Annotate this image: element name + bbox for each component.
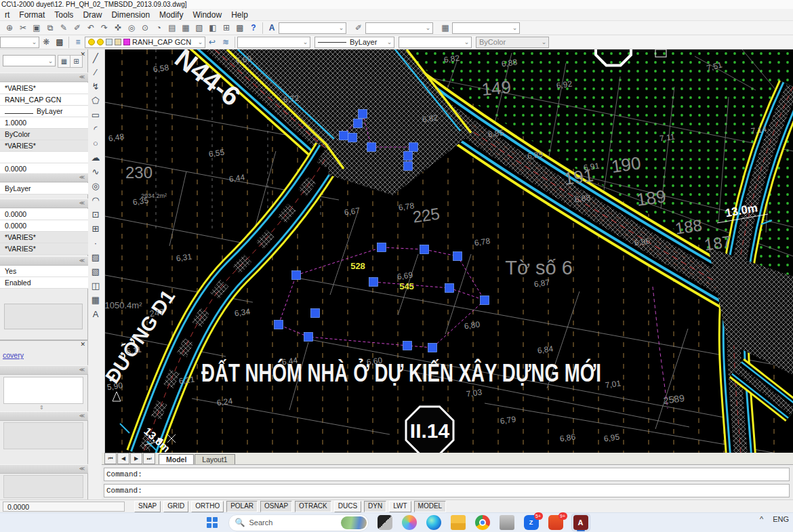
polygon-icon[interactable]: ⬠ — [88, 94, 103, 108]
property-value-row[interactable]: Enabled — [0, 277, 88, 289]
selection-grip[interactable] — [354, 119, 363, 128]
status-toggle-snap[interactable]: SNAP — [134, 501, 161, 512]
property-value-row[interactable]: ByLayer — [0, 106, 88, 117]
dim-style-dropdown[interactable]: ⌄ — [365, 22, 433, 34]
selection-grip[interactable] — [453, 252, 462, 261]
selection-grip[interactable] — [428, 344, 437, 352]
selection-grip[interactable] — [378, 243, 386, 252]
undo-icon[interactable]: ↶ — [84, 22, 98, 35]
workspace-dropdown[interactable]: ⌄ — [0, 37, 39, 48]
selection-grip[interactable] — [274, 321, 283, 329]
selection-grip[interactable] — [445, 284, 454, 293]
zoom-realtime-icon[interactable]: ◎ — [125, 22, 138, 35]
select-objects-button[interactable]: ⊞ — [70, 55, 83, 68]
section-header-details[interactable]: ≪ — [0, 411, 88, 421]
tab-layout1[interactable]: Layout1 — [195, 454, 235, 464]
printer-icon[interactable] — [498, 514, 516, 531]
drawing-recovery-link[interactable]: covery — [3, 351, 24, 359]
redo-icon[interactable]: ↷ — [98, 22, 111, 35]
menu-item-tools[interactable]: Tools — [49, 9, 78, 21]
property-value-row[interactable]: *VARIES* — [0, 140, 88, 152]
status-toggle-grid[interactable]: GRID — [163, 501, 188, 512]
tab-nav-button-1[interactable]: ◀ — [117, 453, 129, 464]
table-style-icon[interactable]: ▦ — [439, 22, 452, 35]
line-icon[interactable]: ╱ — [88, 51, 103, 65]
tab-nav-button-2[interactable]: ▶ — [130, 453, 142, 464]
command-input-line[interactable]: Command: — [104, 484, 790, 497]
selection-grip[interactable] — [404, 162, 413, 171]
help-icon[interactable]: ? — [247, 22, 260, 35]
hatch-icon[interactable]: ▨ — [88, 250, 103, 264]
splitter-handle[interactable]: ⇕ — [39, 405, 44, 411]
selection-grip[interactable] — [481, 296, 489, 305]
lock-location-icon[interactable]: ▩ — [53, 36, 66, 49]
section-header-general[interactable]: ≪ — [0, 73, 88, 82]
ellipse-icon[interactable]: ◎ — [88, 179, 103, 193]
command-window[interactable]: Command: Command: — [102, 464, 793, 499]
quick-select-button[interactable] — [82, 55, 87, 66]
zoom-previous-icon[interactable]: ◔ — [152, 22, 165, 35]
insert-block-icon[interactable]: ⊡ — [88, 207, 103, 222]
menu-item-dimension[interactable]: Dimension — [106, 9, 155, 21]
point-icon[interactable]: · — [88, 236, 103, 250]
toolpalettes-icon[interactable]: ▧ — [192, 22, 206, 35]
pencil-icon[interactable]: ✎ — [57, 22, 70, 35]
make-block-icon[interactable]: ⊞ — [88, 222, 103, 236]
widgets-thumbnail[interactable] — [341, 516, 367, 529]
selection-grip[interactable] — [367, 143, 376, 152]
status-toggle-lwt[interactable]: LWT — [389, 501, 411, 512]
status-toggle-ducs[interactable]: DUCS — [334, 501, 361, 512]
property-value-row[interactable]: *VARIES* — [0, 243, 88, 255]
construction-line-icon[interactable]: ∕ — [88, 65, 103, 79]
selection-grip[interactable] — [304, 333, 313, 342]
menu-item-rt[interactable]: rt — [0, 9, 14, 21]
property-value-row[interactable]: *VARIES* — [0, 83, 88, 94]
red-app-icon[interactable]: 9+ — [547, 514, 565, 531]
sheetset-icon[interactable]: ◧ — [206, 22, 220, 35]
layer-properties-icon[interactable]: ≡ — [71, 36, 85, 49]
spline-icon[interactable]: ∿ — [88, 165, 103, 179]
property-value-row[interactable]: 0.0000 — [0, 209, 88, 220]
status-toggle-osnap[interactable]: OSNAP — [260, 501, 292, 512]
tray-chevron-icon[interactable]: ^ — [760, 515, 763, 523]
selection-dropdown[interactable]: ⌄ — [3, 55, 56, 66]
status-toggle-otrack[interactable]: OTRACK — [295, 501, 331, 512]
calculator-icon[interactable]: ▩ — [233, 22, 247, 35]
menu-item-window[interactable]: Window — [188, 9, 226, 21]
section-header-geometry[interactable]: ≪ — [0, 199, 88, 208]
text-style-icon[interactable]: A — [265, 22, 279, 35]
search-input[interactable]: 🔍 Search — [228, 514, 369, 531]
layer-states-icon[interactable]: ≋ — [219, 36, 232, 49]
chrome-icon[interactable] — [474, 514, 491, 531]
text-style-dropdown[interactable]: ⌄ — [279, 22, 346, 34]
lineweight-control-dropdown[interactable]: ⌄ — [399, 37, 472, 48]
tab-model[interactable]: Model — [159, 454, 194, 464]
selection-grip[interactable] — [292, 271, 301, 280]
paste-icon[interactable]: ⧉ — [43, 22, 57, 35]
menu-item-draw[interactable]: Draw — [78, 9, 106, 21]
selection-grip[interactable] — [404, 152, 413, 161]
linetype-control-dropdown[interactable]: ByLayer ⌄ — [314, 37, 394, 48]
selection-grip[interactable] — [403, 342, 412, 350]
markup-icon[interactable]: ⊞ — [220, 22, 233, 35]
publish-icon[interactable]: ⊕ — [3, 22, 16, 35]
circle-icon[interactable]: ○ — [88, 136, 103, 150]
property-value-row[interactable]: ByLayer — [0, 183, 88, 195]
mtext-icon[interactable]: A — [88, 307, 103, 321]
pan-icon[interactable]: ✜ — [111, 22, 125, 35]
property-value-row[interactable]: *VARIES* — [0, 232, 88, 243]
status-toggle-polar[interactable]: POLAR — [226, 501, 258, 512]
status-toggle-ortho[interactable]: ORTHO — [191, 501, 224, 512]
property-value-row[interactable]: 0.0000 — [0, 220, 88, 232]
edge-icon[interactable] — [425, 514, 443, 531]
properties-palette-icon[interactable]: ▤ — [165, 22, 179, 35]
selection-grip[interactable] — [348, 134, 357, 142]
ellipse-arc-icon[interactable]: ◠ — [88, 193, 103, 207]
taskview-icon[interactable] — [376, 514, 394, 531]
selection-grip[interactable] — [369, 278, 378, 287]
menu-item-modify[interactable]: Modify — [155, 9, 188, 21]
section-header-misc[interactable]: ≪ — [0, 256, 88, 266]
recovery-list-box[interactable] — [3, 377, 83, 404]
section-header-3dvis[interactable]: ≪ — [0, 173, 88, 182]
copilot-icon[interactable] — [401, 514, 418, 531]
